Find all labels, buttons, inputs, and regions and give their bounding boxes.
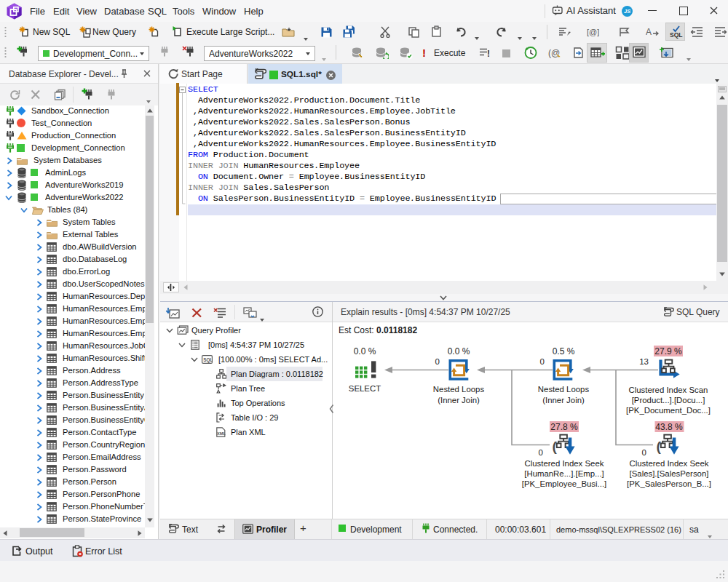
svg-text:Clustered Index Scan: Clustered Index Scan: [629, 386, 708, 394]
svg-text:Clustered Index Seek: Clustered Index Seek: [630, 459, 709, 468]
svg-text:Est Cost: 0.0118182: Est Cost: 0.0118182: [339, 325, 417, 335]
svg-text:0: 0: [540, 357, 545, 366]
svg-text:Nested Loops: Nested Loops: [433, 385, 485, 394]
svg-text:SELECT: SELECT: [349, 384, 381, 393]
svg-text:0: 0: [435, 357, 440, 366]
svg-text:0.0 %: 0.0 %: [448, 346, 470, 356]
svg-text:A: A: [646, 27, 652, 37]
svg-text:0.0 %: 0.0 %: [354, 346, 376, 356]
svg-text:0.5 %: 0.5 %: [553, 346, 575, 356]
svg-text:[@]: [@]: [587, 28, 599, 36]
svg-text:SQL: SQL: [203, 357, 213, 363]
svg-text:Clustered Index Seek: Clustered Index Seek: [525, 459, 604, 468]
svg-text:(Inner Join): (Inner Join): [438, 396, 480, 404]
svg-text:[HumanRe...].[Emp...]: [HumanRe...].[Emp...]: [524, 469, 604, 478]
svg-text:XML: XML: [217, 431, 226, 436]
svg-text:[PK_Employee_Busi...]: [PK_Employee_Busi...]: [522, 479, 607, 488]
svg-text:(Inner Join): (Inner Join): [542, 396, 585, 404]
svg-text:43.8 %: 43.8 %: [655, 422, 683, 432]
svg-text:SQL: SQL: [670, 31, 682, 39]
svg-text:[Sales].[SalesPerson]: [Sales].[SalesPerson]: [630, 469, 709, 478]
svg-text:13: 13: [639, 357, 649, 366]
svg-text:27.9 %: 27.9 %: [654, 346, 682, 356]
svg-text:[PK_Document_Doc...]: [PK_Document_Doc...]: [626, 406, 711, 415]
svg-text:!: !: [487, 49, 490, 58]
svg-text:0: 0: [642, 448, 646, 457]
svg-text:Nested Loops: Nested Loops: [538, 385, 590, 394]
svg-text:[PK_SalesPerson_B...]: [PK_SalesPerson_B...]: [627, 479, 711, 488]
svg-text:27.8 %: 27.8 %: [550, 422, 578, 432]
svg-text:0: 0: [539, 448, 543, 457]
svg-text:[Product...].[Docu...]: [Product...].[Docu...]: [632, 396, 705, 404]
